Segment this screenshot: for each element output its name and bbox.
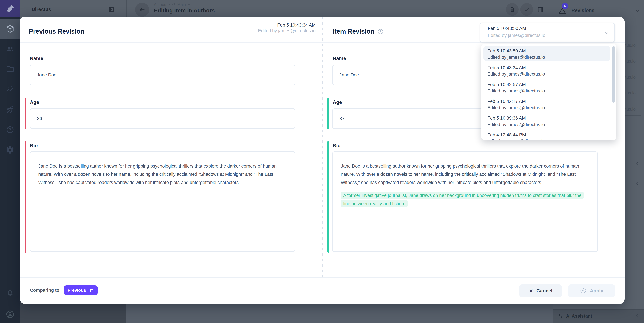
- revision-selector[interactable]: Feb 5 10:43:50 AM Edited by james@direct…: [480, 22, 615, 42]
- apply-commit-icon: [580, 287, 586, 294]
- change-indicator-removed: [24, 98, 26, 130]
- apply-button[interactable]: Apply: [568, 284, 615, 297]
- bio-field-revision[interactable]: Jane Doe is a bestselling author known f…: [332, 151, 598, 252]
- revision-selector-value: Feb 5 10:43:50 AM: [488, 26, 526, 31]
- added-text-highlight: A former investigative journalist, Jane …: [341, 192, 584, 207]
- revision-option[interactable]: Feb 5 10:43:34 AM Edited by james@direct…: [483, 63, 610, 78]
- sidebar-chevron-down-icon[interactable]: [634, 8, 640, 14]
- module-bar-divider: [4, 304, 16, 304]
- footer-divider: [20, 277, 624, 278]
- delete-item-button[interactable]: [506, 3, 519, 16]
- revisions-count-badge: 6: [562, 3, 568, 9]
- revision-option-by: Edited by james@directus.io: [487, 104, 606, 111]
- help-icon: [6, 125, 14, 134]
- field-label-bio: Bio: [333, 143, 341, 148]
- change-indicator-added: [328, 141, 329, 253]
- change-indicator-removed: [24, 141, 26, 253]
- cancel-button[interactable]: ✕ Cancel: [519, 284, 562, 297]
- breadcrumb-separator: •: [169, 2, 170, 7]
- revision-option-by: Edited by james@directus.io: [487, 88, 606, 94]
- previous-revision-timestamp: Feb 5 10:43:34 AM: [201, 22, 316, 28]
- toggle-sidebar-icon[interactable]: [537, 6, 544, 13]
- app-viewport: Directus Authors • Main Editing Item in …: [0, 0, 644, 323]
- breadcrumb[interactable]: Authors • Main: [154, 2, 190, 7]
- revision-option-by: Edited by james@directus.io: [487, 54, 606, 60]
- revisions-panel-title[interactable]: Revisions: [572, 8, 594, 13]
- close-icon: ✕: [529, 288, 533, 294]
- cancel-label: Cancel: [536, 288, 552, 294]
- revision-option-time: Feb 5 10:43:34 AM: [487, 64, 606, 71]
- revision-option[interactable]: Feb 5 10:43:50 AM Edited by james@direct…: [483, 46, 610, 61]
- module-content[interactable]: [0, 19, 20, 39]
- ai-sparkle-icon: [557, 312, 563, 319]
- sidebar-section-divider: [624, 115, 641, 116]
- item-revision-header: Item Revision: [333, 28, 384, 35]
- revision-option-time: Feb 5 10:42:17 AM: [487, 98, 606, 104]
- change-indicator-added: [328, 98, 329, 130]
- expand-panel-chevron-icon[interactable]: [635, 181, 640, 186]
- bio-text-previous: Jane Doe is a bestselling author known f…: [38, 164, 276, 185]
- trash-icon: [509, 6, 515, 12]
- expand-panel-chevron-icon[interactable]: [635, 161, 640, 166]
- field-label-age: Age: [333, 100, 342, 105]
- revision-dropdown-menu: Feb 5 10:43:50 AM Edited by james@direct…: [481, 44, 616, 140]
- module-help[interactable]: [0, 120, 20, 140]
- page-title: Editing Item in Authors: [154, 8, 215, 14]
- revision-option-time: Feb 4 12:48:44 PM: [487, 132, 606, 138]
- notifications-bell-icon[interactable]: [6, 290, 14, 298]
- field-label-name: Name: [333, 56, 346, 61]
- ai-chevron-left-icon[interactable]: [634, 313, 640, 319]
- panel-dashed-divider: [322, 17, 323, 277]
- field-label-age: Age: [30, 100, 39, 105]
- previous-revision-meta: Feb 5 10:43:34 AM Edited by james@direct…: [201, 22, 316, 34]
- module-user-directory[interactable]: [0, 39, 20, 59]
- caret-down-icon: [188, 3, 190, 6]
- account-avatar-icon[interactable]: [6, 310, 15, 319]
- file-library-icon: [6, 65, 14, 74]
- content-module-icon: [6, 24, 14, 33]
- breadcrumb-collection: Authors: [154, 2, 167, 7]
- version-icon: [172, 3, 176, 6]
- module-file-library[interactable]: [0, 59, 20, 79]
- compare-target-button[interactable]: Previous: [64, 285, 98, 295]
- breadcrumb-version: Main: [177, 2, 186, 7]
- revision-option-by: Edited by james@directus.io: [487, 71, 606, 77]
- age-field-previous[interactable]: 36: [30, 108, 296, 129]
- save-item-button[interactable]: [520, 3, 533, 16]
- check-icon: [524, 6, 530, 12]
- settings-gear-icon: [6, 146, 14, 154]
- module-insights[interactable]: [0, 79, 20, 100]
- revision-option[interactable]: Feb 5 10:42:17 AM Edited by james@direct…: [483, 96, 610, 111]
- collapse-sidebar-icon[interactable]: [108, 6, 114, 13]
- scrollbar-thumb[interactable]: [612, 46, 615, 102]
- back-arrow-icon: [139, 6, 146, 13]
- revision-option-time: Feb 5 10:39:36 AM: [487, 115, 606, 121]
- revision-option[interactable]: Feb 5 10:39:36 AM Edited by james@direct…: [483, 113, 610, 128]
- clipped-revision-entry: tus.io: [625, 106, 641, 112]
- back-button[interactable]: [135, 3, 149, 17]
- swap-icon: [89, 288, 94, 293]
- compare-target-label: Previous: [68, 288, 86, 293]
- revision-option-by: Edited by james@directus.io: [487, 121, 606, 128]
- revision-option-time: Feb 5 10:42:57 AM: [487, 81, 606, 88]
- directus-logo[interactable]: [0, 0, 20, 17]
- previous-revision-title: Previous Revision: [29, 28, 84, 35]
- module-marketplace[interactable]: [0, 100, 20, 120]
- bio-field-previous[interactable]: Jane Doe is a bestselling author known f…: [30, 151, 296, 252]
- name-field-previous[interactable]: Jane Doe: [30, 64, 296, 85]
- rocket-icon: [6, 105, 14, 114]
- revision-selector-subtitle: Edited by james@directus.io: [488, 33, 545, 38]
- clipped-revision-entry: tus.io: [625, 90, 641, 96]
- module-settings[interactable]: [0, 140, 20, 160]
- revision-option[interactable]: Feb 4 12:48:44 PM Edited by james@direct…: [483, 130, 610, 140]
- info-icon[interactable]: [377, 28, 384, 35]
- clipped-revision-entry: tus.io: [625, 74, 641, 80]
- revision-option-time: Feb 5 10:43:50 AM: [487, 48, 606, 54]
- ai-assistant-label: AI Assistant: [566, 314, 592, 319]
- field-label-bio: Bio: [30, 143, 38, 148]
- revision-option-by: Edited by james@directus.io: [487, 138, 606, 140]
- project-name: Directus: [32, 7, 51, 12]
- nav-divider: [126, 0, 127, 19]
- revision-option[interactable]: Feb 5 10:42:57 AM Edited by james@direct…: [483, 80, 610, 94]
- clipped-revision-entry: tus.io: [625, 43, 641, 48]
